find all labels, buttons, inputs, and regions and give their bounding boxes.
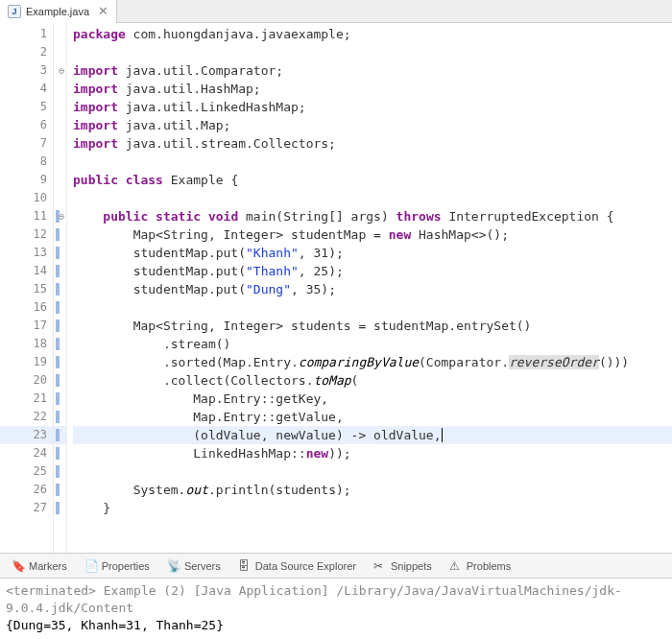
- line-number: 11: [0, 207, 53, 225]
- code-line[interactable]: }: [73, 499, 672, 517]
- view-tab-label: Data Source Explorer: [255, 560, 356, 572]
- line-number: 8: [0, 153, 53, 171]
- view-tab-label: Properties: [102, 560, 150, 572]
- code-line[interactable]: Map.Entry::getKey,: [73, 390, 672, 408]
- change-marker: [54, 481, 66, 499]
- view-tab-data-source-explorer[interactable]: 🗄Data Source Explorer: [230, 556, 364, 577]
- change-marker: [54, 207, 66, 225]
- code-line[interactable]: import java.util.stream.Collectors;: [73, 134, 672, 153]
- line-number: 16: [0, 298, 53, 317]
- code-line[interactable]: import java.util.Comparator;: [73, 61, 672, 80]
- bottom-view-tabs: 🔖Markers📄Properties📡Servers🗄Data Source …: [0, 553, 672, 578]
- view-tab-snippets[interactable]: ✂Snippets: [366, 556, 440, 577]
- code-line[interactable]: System.out.println(students);: [73, 481, 672, 499]
- line-number: 25: [0, 462, 53, 481]
- code-line[interactable]: [73, 153, 672, 171]
- line-number: 7: [0, 134, 53, 153]
- code-line[interactable]: (oldValue, newValue) -> oldValue,: [73, 426, 672, 444]
- line-number: 20: [0, 371, 53, 390]
- code-line[interactable]: [73, 189, 672, 207]
- code-line[interactable]: Map<String, Integer> students = studentM…: [73, 317, 672, 335]
- code-line[interactable]: .sorted(Map.Entry.comparingByValue(Compa…: [73, 353, 672, 371]
- text-cursor: [442, 428, 443, 442]
- tab-filename: Example.java: [26, 6, 89, 17]
- console-status: <terminated> Example (2) [Java Applicati…: [6, 582, 666, 617]
- line-number: 15: [0, 280, 53, 298]
- line-number: 5: [0, 98, 53, 116]
- change-marker: [54, 371, 66, 390]
- line-number: 6: [0, 116, 53, 134]
- code-line[interactable]: studentMap.put("Thanh", 25);: [73, 262, 672, 280]
- line-number: 1: [0, 25, 53, 43]
- code-line[interactable]: studentMap.put("Dung", 35);: [73, 280, 672, 298]
- view-tab-label: Snippets: [391, 560, 432, 572]
- change-marker: [54, 171, 66, 189]
- code-line[interactable]: Map<String, Integer> studentMap = new Ha…: [73, 225, 672, 244]
- change-marker-bar: [54, 23, 67, 553]
- view-tab-markers[interactable]: 🔖Markers: [4, 556, 75, 577]
- change-marker: [54, 426, 66, 444]
- line-number: 13: [0, 244, 53, 262]
- view-tab-servers[interactable]: 📡Servers: [159, 556, 228, 577]
- line-number: 22: [0, 408, 53, 426]
- close-icon[interactable]: ✕: [98, 4, 108, 18]
- change-marker: [54, 298, 66, 317]
- view-tab-label: Markers: [29, 560, 67, 572]
- code-line[interactable]: import java.util.LinkedHashMap;: [73, 98, 672, 116]
- code-line[interactable]: package com.huongdanjava.javaexample;: [73, 25, 672, 43]
- line-number: 21: [0, 390, 53, 408]
- console-panel: <terminated> Example (2) [Java Applicati…: [0, 578, 672, 638]
- change-marker: [54, 390, 66, 408]
- change-marker: [54, 116, 66, 134]
- code-line[interactable]: LinkedHashMap::new));: [73, 444, 672, 462]
- line-number: 23: [0, 426, 53, 444]
- code-line[interactable]: [73, 462, 672, 481]
- console-output: {Dung=35, Khanh=31, Thanh=25}: [6, 617, 666, 634]
- code-editor[interactable]: 1234567891011121314151617181920212223242…: [0, 23, 672, 553]
- change-marker: [54, 61, 66, 80]
- change-marker: [54, 80, 66, 98]
- change-marker: [54, 444, 66, 462]
- data-source-explorer-icon: 🗄: [238, 559, 252, 573]
- code-line[interactable]: [73, 298, 672, 317]
- code-line[interactable]: studentMap.put("Khanh", 31);: [73, 244, 672, 262]
- view-tab-label: Problems: [467, 560, 511, 572]
- code-line[interactable]: public static void main(String[] args) t…: [73, 207, 672, 225]
- line-number: 18: [0, 335, 53, 353]
- code-line[interactable]: import java.util.Map;: [73, 116, 672, 134]
- change-marker: [54, 499, 66, 517]
- code-line[interactable]: Map.Entry::getValue,: [73, 408, 672, 426]
- change-marker: [54, 189, 66, 207]
- properties-icon: 📄: [84, 559, 98, 573]
- line-number: 17: [0, 317, 53, 335]
- code-line[interactable]: .stream(): [73, 335, 672, 353]
- change-marker: [54, 335, 66, 353]
- change-marker: [54, 353, 66, 371]
- view-tab-problems[interactable]: ⚠Problems: [442, 556, 518, 577]
- view-tab-properties[interactable]: 📄Properties: [77, 556, 157, 577]
- change-marker: [54, 153, 66, 171]
- snippets-icon: ✂: [373, 559, 387, 573]
- editor-tab[interactable]: J Example.java ✕: [0, 0, 117, 23]
- problems-icon: ⚠: [449, 559, 463, 573]
- line-number: 3: [0, 61, 53, 80]
- code-line[interactable]: [73, 43, 672, 61]
- change-marker: [54, 43, 66, 61]
- editor-tab-bar: J Example.java ✕: [0, 0, 672, 23]
- change-marker: [54, 134, 66, 153]
- code-line[interactable]: import java.util.HashMap;: [73, 80, 672, 98]
- change-marker: [54, 225, 66, 244]
- line-number: 2: [0, 43, 53, 61]
- line-number: 10: [0, 189, 53, 207]
- markers-icon: 🔖: [12, 559, 25, 573]
- code-area[interactable]: package com.huongdanjava.javaexample;imp…: [67, 23, 672, 553]
- change-marker: [54, 408, 66, 426]
- change-marker: [54, 317, 66, 335]
- code-line[interactable]: public class Example {: [73, 171, 672, 189]
- line-number: 9: [0, 171, 53, 189]
- line-number: 27: [0, 499, 53, 517]
- change-marker: [54, 25, 66, 43]
- code-line[interactable]: .collect(Collectors.toMap(: [73, 371, 672, 390]
- line-number: 4: [0, 80, 53, 98]
- line-number-gutter: 1234567891011121314151617181920212223242…: [0, 23, 54, 553]
